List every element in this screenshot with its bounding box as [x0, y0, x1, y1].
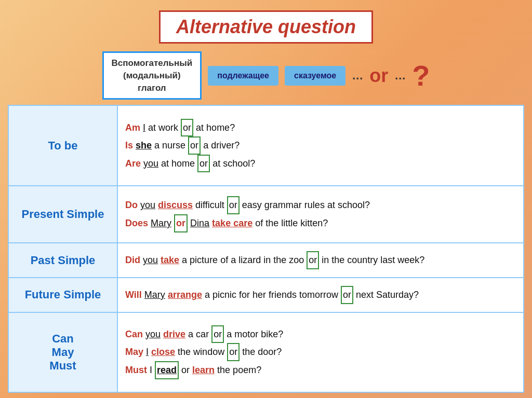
question-mark: ? — [412, 61, 430, 90]
label-modal: CanMayMust — [8, 312, 117, 392]
header-row: Вспомогательный (модальный) глагол подле… — [8, 51, 524, 100]
content-past: Did you take a picture of a lizard in th… — [117, 243, 524, 278]
label-future: Future Simple — [8, 278, 117, 312]
subject-pill: подлежащее — [208, 66, 278, 86]
table-row: Past Simple Did you take a picture of a … — [8, 243, 524, 278]
content-tobe: Am I at work or at home? Is she a nurse … — [117, 105, 524, 185]
dots1: … — [352, 69, 363, 83]
page-title: Alternative question — [176, 16, 356, 37]
or-label: or — [369, 65, 388, 87]
label-past: Past Simple — [8, 243, 117, 278]
label-present: Present Simple — [8, 186, 117, 243]
content-future: Will Mary arrange a picnic for her frien… — [117, 278, 524, 312]
table-row: To be Am I at work or at home? Is she a … — [8, 105, 524, 185]
table-row: Present Simple Do you discuss difficult … — [8, 186, 524, 243]
content-modal: Can you drive a car or a motor bike? May… — [117, 312, 524, 392]
content-present: Do you discuss difficult or easy grammar… — [117, 186, 524, 243]
main-table: To be Am I at work or at home? Is she a … — [8, 105, 524, 393]
auxiliary-line2: (модальный) — [123, 71, 181, 80]
label-tobe: To be — [8, 105, 117, 185]
auxiliary-line1: Вспомогательный — [112, 58, 193, 68]
title-box: Alternative question — [159, 10, 373, 44]
auxiliary-line3: глагол — [138, 83, 166, 93]
table-row: CanMayMust Can you drive a car or a moto… — [8, 312, 524, 392]
table-row: Future Simple Will Mary arrange a picnic… — [8, 278, 524, 312]
auxiliary-verb-box: Вспомогательный (модальный) глагол — [102, 51, 202, 100]
predicate-pill: сказуемое — [285, 66, 345, 86]
dots2: … — [394, 69, 406, 83]
